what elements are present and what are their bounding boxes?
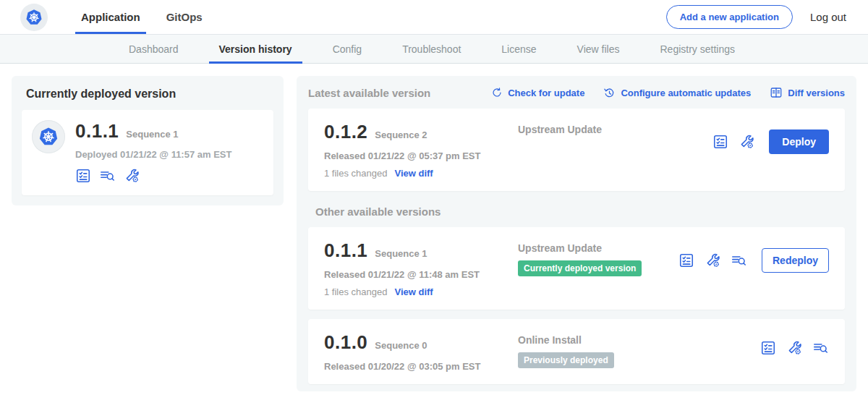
subnav-version-history-label: Version history bbox=[219, 43, 292, 55]
version-source: Online Install bbox=[518, 334, 760, 346]
preflight-checks-icon[interactable] bbox=[678, 252, 694, 268]
config-icon[interactable] bbox=[705, 252, 720, 268]
diff-versions-link[interactable]: Diff versions bbox=[770, 86, 845, 99]
subnav-registry-settings[interactable]: Registry settings bbox=[639, 35, 754, 63]
version-source: Upstream Update bbox=[518, 242, 678, 254]
tab-gitops[interactable]: GitOps bbox=[153, 0, 216, 34]
version-row-0-1-2: 0.1.2 Sequence 2 Released 01/21/22 @ 05:… bbox=[308, 109, 845, 191]
diff-versions-label: Diff versions bbox=[788, 88, 845, 98]
latest-version-title: Latest available version bbox=[308, 87, 430, 99]
deployed-timestamp: Deployed 01/21/22 @ 11:57 am EST bbox=[75, 149, 263, 160]
add-application-button[interactable]: Add a new application bbox=[666, 5, 793, 29]
subnav-troubleshoot[interactable]: Troubleshoot bbox=[382, 35, 481, 63]
app-icon bbox=[32, 120, 65, 153]
deploy-button[interactable]: Deploy bbox=[769, 129, 829, 154]
logs-icon[interactable] bbox=[731, 252, 747, 268]
version-released: Released 01/21/22 @ 11:48 am EST bbox=[324, 269, 518, 280]
configure-automatic-updates-link[interactable]: Configure automatic updates bbox=[603, 87, 751, 99]
main-content: Currently deployed version 0.1.1 Sequenc… bbox=[0, 64, 868, 391]
version-sequence: Sequence 2 bbox=[375, 129, 427, 140]
version-sequence: Sequence 1 bbox=[375, 248, 427, 259]
subnav-view-files[interactable]: View files bbox=[557, 35, 640, 63]
previously-deployed-badge: Previously deployed bbox=[518, 352, 614, 368]
view-diff-link[interactable]: View diff bbox=[394, 286, 433, 297]
currently-deployed-card: Currently deployed version 0.1.1 Sequenc… bbox=[12, 76, 284, 205]
deployed-version-number: 0.1.1 bbox=[75, 120, 119, 143]
version-row-0-1-0: 0.1.0 Sequence 0 Released 01/20/22 @ 03:… bbox=[308, 319, 845, 384]
version-row-0-1-1: 0.1.1 Sequence 1 Released 01/21/22 @ 11:… bbox=[308, 227, 845, 310]
deployed-sequence: Sequence 1 bbox=[126, 129, 178, 140]
currently-deployed-badge: Currently deployed version bbox=[518, 260, 642, 276]
redeploy-button[interactable]: Redeploy bbox=[762, 248, 829, 273]
subnav-license-label: License bbox=[501, 43, 536, 55]
diff-icon bbox=[770, 86, 783, 99]
view-diff-link[interactable]: View diff bbox=[394, 168, 433, 179]
other-versions-title: Other available versions bbox=[315, 205, 845, 218]
check-for-update-link[interactable]: Check for update bbox=[491, 87, 584, 98]
preflight-checks-icon[interactable] bbox=[712, 134, 728, 150]
check-for-update-label: Check for update bbox=[508, 88, 584, 98]
version-released: Released 01/21/22 @ 05:37 pm EST bbox=[324, 150, 518, 161]
top-tabs: Application GitOps bbox=[68, 0, 216, 34]
version-number: 0.1.2 bbox=[324, 121, 367, 143]
config-icon[interactable] bbox=[124, 168, 140, 184]
version-history-panel: Latest available version Check for updat… bbox=[297, 76, 856, 391]
subnav-registry-settings-label: Registry settings bbox=[660, 43, 734, 55]
tab-application-label: Application bbox=[81, 11, 140, 23]
schedule-update-icon bbox=[603, 87, 616, 99]
kubernetes-logo bbox=[20, 4, 48, 31]
app-subnav: Dashboard Version history Config Trouble… bbox=[0, 34, 868, 64]
tab-application[interactable]: Application bbox=[68, 0, 153, 34]
subnav-dashboard[interactable]: Dashboard bbox=[109, 35, 199, 63]
subnav-config[interactable]: Config bbox=[312, 35, 382, 63]
logs-icon[interactable] bbox=[99, 168, 116, 184]
preflight-checks-icon[interactable] bbox=[760, 340, 776, 356]
version-released: Released 01/20/22 @ 03:05 pm EST bbox=[324, 361, 518, 372]
logs-icon[interactable] bbox=[812, 340, 829, 356]
tab-gitops-label: GitOps bbox=[166, 11, 203, 23]
config-icon[interactable] bbox=[739, 134, 754, 150]
config-icon[interactable] bbox=[786, 340, 802, 356]
version-sequence: Sequence 0 bbox=[375, 340, 427, 351]
logout-link[interactable]: Log out bbox=[810, 11, 846, 23]
currently-deployed-title: Currently deployed version bbox=[22, 88, 273, 101]
version-source: Upstream Update bbox=[518, 124, 712, 135]
configure-automatic-updates-label: Configure automatic updates bbox=[621, 88, 751, 98]
top-bar: Application GitOps Add a new application… bbox=[0, 0, 868, 34]
subnav-config-label: Config bbox=[333, 43, 362, 55]
preflight-checks-icon[interactable] bbox=[75, 168, 91, 184]
files-changed: 1 files changed bbox=[324, 286, 387, 297]
version-number: 0.1.1 bbox=[324, 239, 367, 262]
subnav-license[interactable]: License bbox=[481, 35, 556, 63]
version-number: 0.1.0 bbox=[324, 331, 367, 354]
subnav-dashboard-label: Dashboard bbox=[129, 43, 179, 55]
subnav-version-history[interactable]: Version history bbox=[199, 35, 312, 63]
subnav-troubleshoot-label: Troubleshoot bbox=[402, 43, 461, 55]
subnav-view-files-label: View files bbox=[577, 43, 620, 55]
files-changed: 1 files changed bbox=[324, 168, 387, 179]
deployed-version-box: 0.1.1 Sequence 1 Deployed 01/21/22 @ 11:… bbox=[22, 110, 273, 195]
refresh-icon bbox=[491, 87, 503, 98]
